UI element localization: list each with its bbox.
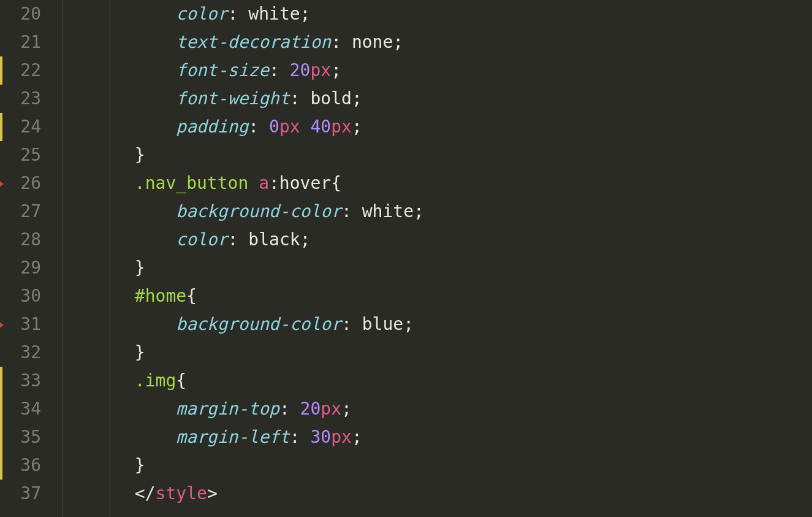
token: .img [135, 370, 176, 391]
line-number: 27 [0, 197, 52, 226]
token: : [269, 60, 290, 80]
code-area[interactable]: color: white; text-decoration: none; fon… [52, 0, 812, 508]
token: bold [310, 88, 351, 109]
line-number-gutter: 202122232425262728293031323334353637 [0, 0, 52, 517]
code-line[interactable]: </style> [52, 480, 812, 508]
token: a [259, 173, 269, 193]
code-line[interactable]: color: black; [52, 226, 812, 254]
line-number: 36 [0, 451, 52, 480]
token: color [176, 4, 227, 24]
token: } [135, 342, 145, 362]
token: color [176, 229, 227, 250]
code-editor: 202122232425262728293031323334353637 col… [0, 0, 812, 517]
code-line[interactable]: text-decoration: none; [52, 28, 812, 56]
token: 30 [310, 427, 331, 447]
line-number: 35 [0, 423, 52, 451]
token: ; [352, 88, 362, 109]
token: </ [135, 483, 156, 504]
line-number: 30 [0, 282, 52, 310]
code-line[interactable]: margin-left: 30px; [52, 423, 812, 451]
code-line[interactable]: font-weight: bold; [52, 85, 812, 113]
line-number: 21 [0, 28, 52, 56]
token: blue [362, 314, 403, 334]
token: 20 [290, 60, 311, 80]
token: :hover [269, 173, 331, 193]
token: font-weight [176, 88, 289, 109]
token: ; [352, 117, 362, 137]
token: ; [331, 60, 341, 80]
token: text-decoration [176, 32, 331, 52]
line-number: 29 [0, 254, 52, 282]
code-line[interactable]: } [52, 339, 812, 367]
token: margin-top [176, 399, 279, 419]
token: background-color [176, 314, 341, 334]
code-line[interactable]: } [52, 141, 812, 169]
token: px [331, 117, 352, 137]
line-number: 26 [0, 169, 52, 197]
token: 40 [310, 117, 331, 137]
code-line[interactable]: background-color: white; [52, 197, 812, 226]
code-line[interactable]: background-color: blue; [52, 310, 812, 339]
token: : [279, 399, 300, 419]
token: px [331, 427, 352, 447]
token: } [135, 455, 145, 475]
line-number: 20 [0, 0, 52, 28]
token: none [352, 32, 393, 52]
line-number: 24 [0, 113, 52, 141]
line-number: 31 [0, 310, 52, 339]
code-line[interactable]: .img{ [52, 367, 812, 395]
token: 20 [300, 399, 321, 419]
code-line[interactable]: .nav_button a:hover{ [52, 169, 812, 197]
token: black [248, 229, 300, 250]
token: > [207, 483, 218, 504]
token: ; [352, 427, 362, 447]
code-wrap: color: white; text-decoration: none; fon… [52, 0, 812, 517]
code-line[interactable]: padding: 0px 40px; [52, 113, 812, 141]
token: : [341, 314, 362, 334]
line-number: 34 [0, 395, 52, 423]
token: : [228, 4, 249, 24]
token: : [248, 117, 269, 137]
token: : [341, 201, 362, 221]
token [248, 173, 259, 193]
token: white [248, 4, 300, 24]
code-line[interactable]: margin-top: 20px; [52, 395, 812, 423]
line-number: 22 [0, 56, 52, 85]
token: font-size [176, 60, 269, 80]
line-number: 32 [0, 339, 52, 367]
token: px [310, 60, 331, 80]
token: #home [135, 286, 186, 306]
token: background-color [176, 201, 341, 221]
token: : [331, 32, 352, 52]
line-number: 28 [0, 226, 52, 254]
token: px [321, 399, 341, 419]
token: .nav_button [135, 173, 248, 193]
token: ; [341, 399, 352, 419]
token: { [176, 370, 186, 391]
code-line[interactable]: #home{ [52, 282, 812, 310]
token: ; [414, 201, 424, 221]
line-number: 37 [0, 480, 52, 508]
token: : [290, 88, 311, 109]
token: : [228, 229, 249, 250]
token: { [331, 173, 341, 193]
token: margin-left [176, 427, 289, 447]
code-line[interactable]: } [52, 254, 812, 282]
line-number: 25 [0, 141, 52, 169]
code-line[interactable]: font-size: 20px; [52, 56, 812, 85]
token: px [279, 117, 300, 137]
token: style [156, 483, 207, 504]
token: { [186, 286, 197, 306]
token: : [290, 427, 311, 447]
token: white [362, 201, 414, 221]
code-line[interactable]: color: white; [52, 0, 812, 28]
token: ; [403, 314, 414, 334]
line-number: 23 [0, 85, 52, 113]
token: ; [300, 4, 311, 24]
token: ; [393, 32, 403, 52]
token: } [135, 258, 145, 278]
code-line[interactable]: } [52, 451, 812, 480]
line-number: 33 [0, 367, 52, 395]
token: 0 [269, 117, 279, 137]
token: } [135, 145, 145, 165]
